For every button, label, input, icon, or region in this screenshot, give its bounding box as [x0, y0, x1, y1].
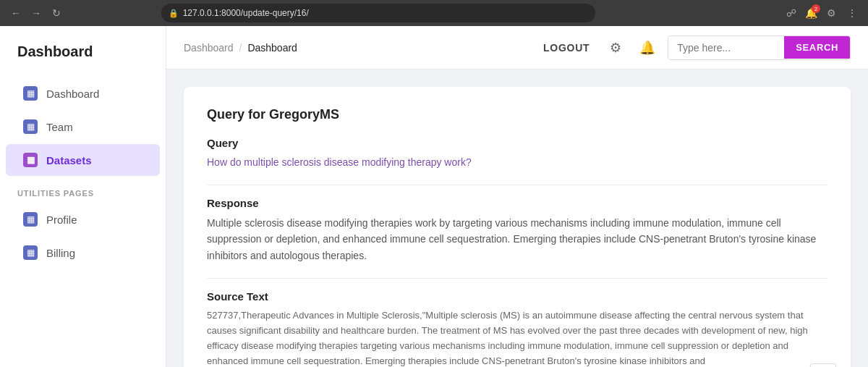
- bookmark-icon[interactable]: ☍: [784, 6, 799, 20]
- breadcrumb: Dashboard / Dashboard: [184, 42, 526, 54]
- response-text: Multiple sclerosis disease modifying the…: [207, 215, 827, 263]
- sidebar-item-label-datasets: Datasets: [46, 154, 92, 166]
- sidebar-item-datasets[interactable]: ▦ Datasets: [6, 144, 160, 176]
- sidebar-item-label-profile: Profile: [46, 214, 77, 226]
- app-container: Dashboard ▦ Dashboard ▦ Team ▦ Datasets …: [0, 26, 868, 367]
- notification-icon[interactable]: 🔔 2: [804, 6, 819, 20]
- notifications-button[interactable]: 🔔: [636, 36, 659, 59]
- divider-1: [207, 185, 827, 185]
- search-bar: SEARCH: [668, 35, 851, 60]
- profile-icon: ▦: [23, 212, 38, 227]
- menu-icon[interactable]: ⋮: [845, 6, 859, 20]
- sidebar-item-billing[interactable]: ▦ Billing: [6, 237, 160, 269]
- source-label: Source Text: [207, 290, 827, 303]
- sidebar-item-label-dashboard: Dashboard: [46, 88, 99, 100]
- main-content: Dashboard / Dashboard LOGOUT ⚙ 🔔 SEARCH …: [166, 26, 868, 367]
- floating-gear-button[interactable]: ⚙: [810, 363, 836, 367]
- query-text: How do multiple sclerosis disease modify…: [207, 155, 827, 170]
- address-bar[interactable]: 🔒 127.0.0.1:8000/update-query/16/: [161, 4, 595, 22]
- url-text: 127.0.0.1:8000/update-query/16/: [183, 8, 309, 18]
- sidebar-navigation: ▦ Dashboard ▦ Team ▦ Datasets UTILITIES …: [0, 77, 166, 269]
- breadcrumb-separator: /: [239, 42, 242, 54]
- datasets-icon: ▦: [23, 153, 38, 167]
- sidebar-item-label-team: Team: [46, 121, 73, 133]
- sidebar-title: Dashboard: [0, 43, 166, 77]
- sidebar-item-dashboard[interactable]: ▦ Dashboard: [6, 77, 160, 109]
- breadcrumb-current: Dashboard: [247, 42, 297, 54]
- forward-button[interactable]: →: [29, 6, 43, 20]
- billing-icon: ▦: [23, 245, 38, 260]
- search-button[interactable]: SEARCH: [784, 36, 850, 59]
- source-text: 527737,Therapeutic Advances in Multiple …: [207, 308, 827, 367]
- sidebar-item-team[interactable]: ▦ Team: [6, 111, 160, 143]
- logout-button[interactable]: LOGOUT: [537, 38, 595, 58]
- utilities-section-label: UTILITIES PAGES: [0, 177, 166, 202]
- card-title: Query for GregoryMS: [207, 107, 827, 122]
- topbar: Dashboard / Dashboard LOGOUT ⚙ 🔔 SEARCH: [166, 26, 868, 69]
- query-label: Query: [207, 137, 827, 149]
- sidebar-item-profile[interactable]: ▦ Profile: [6, 203, 160, 235]
- page-body: Query for GregoryMS Query How do multipl…: [166, 69, 868, 367]
- sidebar-item-label-billing: Billing: [46, 247, 75, 259]
- topbar-actions: LOGOUT ⚙ 🔔 SEARCH: [537, 35, 851, 60]
- content-card: Query for GregoryMS Query How do multipl…: [184, 87, 851, 367]
- notification-badge: 2: [812, 4, 820, 13]
- divider-2: [207, 278, 827, 279]
- dashboard-icon: ▦: [23, 86, 38, 101]
- response-label: Response: [207, 197, 827, 209]
- breadcrumb-home: Dashboard: [184, 42, 234, 54]
- settings-button[interactable]: ⚙: [604, 36, 627, 59]
- security-icon: 🔒: [169, 9, 179, 18]
- extensions-icon[interactable]: ⚙: [825, 6, 839, 20]
- sidebar: Dashboard ▦ Dashboard ▦ Team ▦ Datasets …: [0, 26, 166, 367]
- browser-chrome: ← → ↻ 🔒 127.0.0.1:8000/update-query/16/ …: [0, 0, 868, 26]
- back-button[interactable]: ←: [9, 6, 23, 20]
- search-input[interactable]: [668, 36, 784, 59]
- browser-toolbar: ☍ 🔔 2 ⚙ ⋮: [784, 6, 859, 20]
- reload-button[interactable]: ↻: [49, 6, 64, 20]
- team-icon: ▦: [23, 119, 38, 134]
